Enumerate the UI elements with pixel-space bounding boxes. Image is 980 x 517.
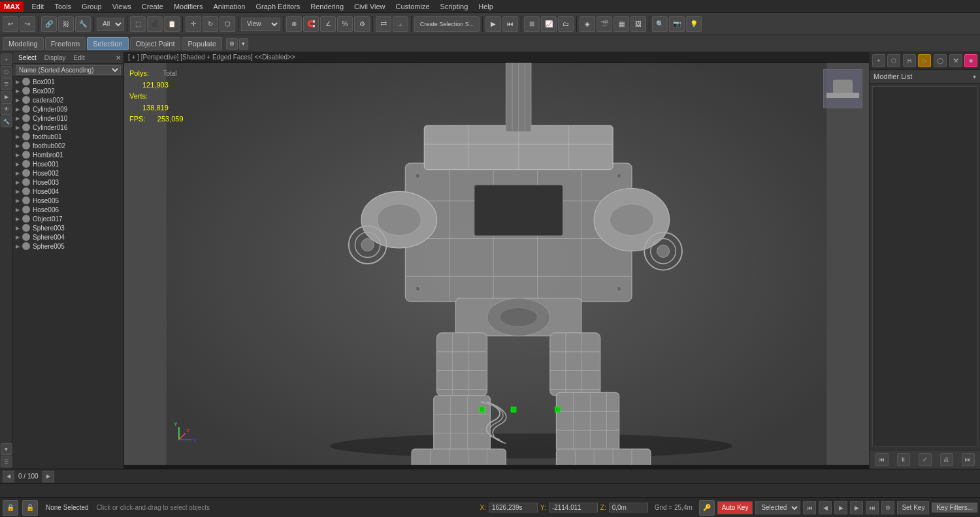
angle-snap-button[interactable]: ∠	[320, 16, 336, 32]
list-item[interactable]: ▶ Hombro01	[13, 150, 123, 159]
hierarchy-tab-icon[interactable]: H	[903, 54, 916, 67]
pb-print[interactable]: 🖨	[940, 453, 953, 466]
curve-editor-button[interactable]: 📈	[541, 16, 557, 32]
render-setup-button[interactable]: 🎬	[596, 16, 612, 32]
lock-icon[interactable]: 🔒	[3, 500, 18, 516]
list-item[interactable]: ▶ Sphere003	[13, 223, 123, 232]
menu-animation[interactable]: Animation	[208, 1, 251, 12]
display-icon[interactable]: 👁	[1, 103, 12, 115]
menu-help[interactable]: Help	[473, 1, 498, 12]
motion-tab-icon[interactable]: ▷	[918, 54, 931, 67]
list-item[interactable]: ▶ foothub002	[13, 141, 123, 150]
key-icon[interactable]: 🔑	[699, 500, 715, 516]
tl-prev-btn[interactable]: ◀	[3, 471, 14, 482]
transport-next-frame[interactable]: ▶	[850, 501, 863, 514]
filter-dropdown[interactable]: All	[97, 18, 124, 31]
utility-icon[interactable]: 🔧	[1, 116, 12, 127]
extra-btn-3[interactable]: 💡	[686, 16, 702, 32]
list-item[interactable]: ▶ Cylinder016	[13, 123, 123, 132]
list-item[interactable]: ▶ Hose006	[13, 205, 123, 214]
motion-icon[interactable]: ▶	[1, 91, 12, 102]
tab-display[interactable]: Display	[42, 54, 69, 62]
lock-icon2[interactable]: 🔓	[22, 500, 38, 516]
menu-tools[interactable]: Tools	[49, 1, 76, 12]
modify-icon[interactable]: ⬡	[1, 66, 12, 78]
y-coord-input[interactable]	[549, 503, 598, 512]
tab-populate[interactable]: Populate	[182, 37, 221, 50]
mirror-button[interactable]: ⮂	[376, 16, 391, 32]
tab-arrow-icon[interactable]: ▾	[239, 38, 248, 50]
filter-icon[interactable]: ▼	[1, 443, 12, 455]
viewport[interactable]: Polys: Total 121,903 Verts: 138,819 FPS:	[124, 63, 869, 465]
sort-dropdown[interactable]: Name (Sorted Ascending)	[16, 65, 121, 75]
list-item[interactable]: ▶ Hose005	[13, 196, 123, 205]
undo-button[interactable]: ↩	[3, 16, 18, 32]
select-by-name-button[interactable]: 📋	[164, 16, 180, 32]
create-tab-icon[interactable]: +	[872, 54, 885, 67]
list-item[interactable]: ▶ Hose002	[13, 168, 123, 178]
tab-selection[interactable]: Selection	[87, 37, 128, 50]
tab-object-paint[interactable]: Object Paint	[130, 37, 181, 50]
create-selection-button[interactable]: Create Selection S...	[414, 16, 480, 32]
material-editor-button[interactable]: ◈	[580, 16, 595, 32]
transport-next-key[interactable]: ⏭	[866, 501, 879, 514]
snap-button[interactable]: 🧲	[303, 16, 319, 32]
scale-button[interactable]: ⬡	[220, 16, 235, 32]
pb-check[interactable]: ✓	[919, 453, 932, 466]
list-item[interactable]: ▶ Object017	[13, 214, 123, 223]
transport-options[interactable]: ⚙	[881, 501, 894, 514]
pb-go-start[interactable]: ⏮	[875, 453, 889, 466]
auto-key-button[interactable]: Auto Key	[717, 501, 753, 514]
create-icon[interactable]: +	[1, 54, 12, 65]
select-region-button[interactable]: ⬛	[147, 16, 163, 32]
menu-group[interactable]: Group	[76, 1, 107, 12]
menu-edit[interactable]: Edit	[26, 1, 49, 12]
list-item[interactable]: ▶ Box002	[13, 86, 123, 95]
robot-viewport[interactable]: X Y Z	[124, 63, 869, 465]
menu-civil-view[interactable]: Civil View	[349, 1, 390, 12]
move-button[interactable]: ✛	[186, 16, 201, 32]
list-item[interactable]: ▶ Sphere005	[13, 242, 123, 251]
bind-button[interactable]: 🔧	[75, 16, 91, 32]
tab-select[interactable]: Select	[16, 54, 39, 62]
menu-create[interactable]: Create	[137, 1, 169, 12]
percent-snap-button[interactable]: %	[337, 16, 353, 32]
z-coord-input[interactable]	[609, 503, 648, 512]
menu-customize[interactable]: Customize	[391, 1, 435, 12]
set-key-button[interactable]: Set Key	[897, 501, 929, 514]
menu-scripting[interactable]: Scripting	[435, 1, 474, 12]
select-link-button[interactable]: 🔗	[41, 16, 57, 32]
named-sel-button[interactable]: ⊞	[524, 16, 540, 32]
prev-frame-button[interactable]: ⏮	[502, 16, 518, 32]
tab-modeling[interactable]: Modeling	[3, 37, 44, 50]
x-coord-input[interactable]	[489, 503, 538, 512]
transport-prev-key[interactable]: ⏮	[803, 501, 816, 514]
select-button[interactable]: ⬚	[130, 16, 146, 32]
modifier-dropdown-arrow[interactable]: ▾	[973, 73, 976, 80]
list-item[interactable]: ▶ Box001	[13, 77, 123, 86]
tab-freeform[interactable]: Freeform	[45, 37, 86, 50]
render-frame-button[interactable]: 🖼	[630, 16, 646, 32]
utility-tab-icon[interactable]: ⚒	[949, 54, 962, 67]
pb-go-end[interactable]: ⏭	[962, 453, 975, 466]
play-button[interactable]: ▶	[485, 16, 501, 32]
list-item[interactable]: ▶ Hose001	[13, 159, 123, 168]
schematic-view-button[interactable]: 🗂	[558, 16, 574, 32]
pb-pause[interactable]: ⏸	[897, 453, 910, 466]
render-button[interactable]: ▦	[613, 16, 629, 32]
reference-dropdown[interactable]: View	[241, 18, 280, 31]
transport-play[interactable]: ▶	[834, 501, 847, 514]
modify-tab-icon[interactable]: ⬡	[887, 54, 900, 67]
list-item[interactable]: ▶ Hose003	[13, 178, 123, 187]
align-button[interactable]: ⫠	[393, 16, 408, 32]
bottom-icon[interactable]: ☰	[1, 456, 12, 467]
redo-button[interactable]: ↪	[20, 16, 35, 32]
list-item[interactable]: ▶ Sphere004	[13, 232, 123, 242]
list-item[interactable]: ▶ cadera002	[13, 95, 123, 104]
tl-next-btn[interactable]: ▶	[42, 471, 54, 482]
transport-prev-frame[interactable]: ◀	[819, 501, 832, 514]
max-logo[interactable]: MAX	[0, 1, 24, 12]
selected-dropdown[interactable]: Selected	[755, 501, 800, 514]
extra-btn-2[interactable]: 📷	[669, 16, 685, 32]
list-item[interactable]: ▶ foothub01	[13, 132, 123, 141]
